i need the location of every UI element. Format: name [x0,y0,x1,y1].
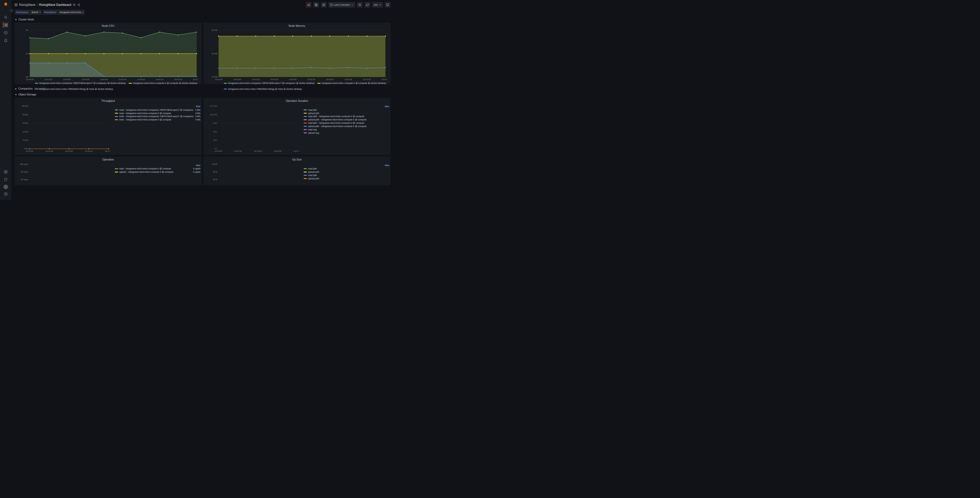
star-icon[interactable] [73,3,76,6]
legend-item[interactable]: risingwave-etcd-minio-compute-0 @ comput… [129,82,197,84]
legend-item[interactable]: read p80 [304,174,389,177]
zoom-out-button[interactable] [357,2,363,8]
svg-text:18:44:00: 18:44:00 [252,78,260,81]
legend: Maxread p50upload p50read p99 - risingwa… [302,104,390,154]
panel-operation-duration[interactable]: Operation Duration 0 s20 s40 s1 min1.33 … [204,98,390,155]
legend-item[interactable]: upload p80 [304,177,389,180]
svg-text:18:47:30: 18:47:30 [192,78,199,81]
svg-text:18:44:00: 18:44:00 [234,150,242,152]
legend-item[interactable]: upload p90 - risingwave-etcd-minio-compu… [304,125,389,127]
row-cluster-node[interactable]: ▾ Cluster Node [14,17,390,23]
filter-namespace-value[interactable]: default [30,10,41,15]
legend-item[interactable]: upload p50 [304,112,389,115]
svg-point-58 [196,53,197,54]
legend-item[interactable]: read p99 - risingwave-etcd-minio-compute… [304,115,389,118]
panel-op-size[interactable]: Op Size 60 B80 B100 B Maxread p90upload … [204,156,390,185]
svg-point-63 [103,76,104,77]
page-title[interactable]: RisingWave Dashboard [39,3,71,6]
svg-point-54 [122,53,123,54]
explore-icon[interactable] [3,30,8,35]
legend-item[interactable]: read - risingwave-etcd-minio-compute-0 @… [115,112,200,115]
legend-item[interactable]: read p90 [304,167,389,170]
row-object-storage[interactable]: ▾ Object Storage [14,92,390,98]
svg-text:18:46:00: 18:46:00 [85,150,93,152]
share-icon[interactable] [77,3,80,6]
refresh-interval-picker[interactable]: 10s [372,2,383,8]
filter-risingwave-label: RisingWave [43,10,58,15]
svg-point-98 [274,36,275,37]
svg-point-43 [103,32,104,33]
svg-point-97 [255,36,256,37]
legend-item[interactable]: read avg [304,128,389,131]
legend-item[interactable]: read p50 [304,109,389,111]
svg-text:18:44:00: 18:44:00 [45,150,53,152]
refresh-button[interactable] [365,2,370,8]
svg-text:0%: 0% [26,76,29,78]
panel-node-memory[interactable]: Node Memory 25 MB30 MB35 MB18:43:0018:43… [204,23,390,84]
svg-point-64 [122,76,123,77]
dashboards-icon[interactable] [3,22,8,28]
svg-text:40 s: 40 s [213,130,217,133]
svg-text:18:46:30: 18:46:30 [345,78,352,81]
svg-point-112 [348,67,349,68]
panel-operation[interactable]: Operation 60 ops/s80 ops/s100 ops/s Maxr… [14,156,202,185]
settings-button[interactable] [321,2,326,8]
legend-item[interactable]: upload - risingwave-etcd-minio-compute-0… [115,171,200,173]
svg-text:18:46:00: 18:46:00 [326,78,334,81]
breadcrumb-folder[interactable]: RisingWave [19,3,35,6]
svg-point-40 [48,38,49,39]
svg-text:18:43:00: 18:43:00 [26,78,34,81]
legend-item[interactable]: write - risingwave-etcd-minio-compute-0 … [115,118,200,121]
admin-icon[interactable] [3,177,8,182]
svg-point-68 [196,76,197,77]
svg-rect-11 [15,5,16,6]
svg-text:40 B/s: 40 B/s [23,130,28,133]
save-dashboard-button[interactable] [313,2,319,8]
svg-text:18:45:30: 18:45:30 [119,78,127,81]
svg-text:18:47:00: 18:47:00 [174,78,182,81]
legend-item[interactable]: write - risingwave-etcd-minio-compactor-… [115,115,200,118]
svg-text:18:43:30: 18:43:30 [45,78,52,81]
search-icon[interactable] [3,14,8,20]
svg-text:80 B: 80 B [213,171,217,173]
config-icon[interactable] [3,169,8,175]
panel-throughput[interactable]: Throughput 0 B/s20 B/s40 B/s60 B/s80 B/s… [14,98,202,155]
help-icon[interactable] [3,191,8,197]
svg-rect-9 [15,3,16,5]
filter-risingwave-value[interactable]: risingwave-etcd-minio [58,10,85,15]
svg-point-101 [329,36,330,37]
avatar[interactable] [3,185,8,189]
svg-point-107 [255,68,256,68]
svg-text:25 MB: 25 MB [212,76,218,78]
add-panel-button[interactable] [306,2,311,8]
svg-text:80 ops/s: 80 ops/s [21,171,28,173]
legend-item[interactable]: risingwave-etcd-minio-compactor-7d87b7d6… [224,82,314,84]
svg-point-95 [218,36,219,37]
svg-point-136 [108,148,109,149]
legend-item[interactable]: risingwave-etcd-minio-meta-74f65cf9d4-65… [224,88,302,90]
alert-icon[interactable] [3,38,8,43]
legend-item[interactable]: risingwave-etcd-minio-compactor-7d87b7d6… [35,82,126,84]
legend-item[interactable]: risingwave-etcd-minio-meta-74f65cf9d4-65… [35,88,113,90]
legend-item[interactable]: read - risingwave-etcd-minio-compute-0 @… [115,167,200,170]
topbar: RisingWave / RisingWave Dashboard Last 5… [11,0,393,10]
tv-mode-button[interactable] [385,2,390,8]
time-range-picker[interactable]: Last 5 minutes [328,2,355,8]
svg-point-49 [29,53,30,54]
legend-item[interactable]: read p90 - risingwave-etcd-minio-compute… [304,122,389,124]
svg-rect-12 [16,5,18,6]
sidebar-expand-button[interactable] [10,9,13,12]
grafana-logo[interactable] [3,1,8,7]
svg-point-19 [323,4,324,5]
legend-item[interactable]: upload p90 [304,171,389,173]
svg-text:100 ops/s: 100 ops/s [20,163,28,165]
svg-text:18:44:30: 18:44:30 [270,78,278,81]
legend-item[interactable]: read - risingwave-etcd-minio-compactor-7… [115,109,200,111]
svg-text:18:43:00: 18:43:00 [215,78,223,81]
panel-node-cpu[interactable]: Node CPU 0%2%4%18:43:0018:43:3018:44:001… [14,23,202,84]
svg-text:18:46:30: 18:46:30 [156,78,164,81]
svg-text:100 B/s: 100 B/s [22,105,28,107]
legend-item[interactable]: upload avg [304,132,389,134]
legend-item[interactable]: risingwave-etcd-minio-compute-0 @ comput… [318,82,386,84]
legend-item[interactable]: upload p99 - risingwave-etcd-minio-compu… [304,118,389,121]
